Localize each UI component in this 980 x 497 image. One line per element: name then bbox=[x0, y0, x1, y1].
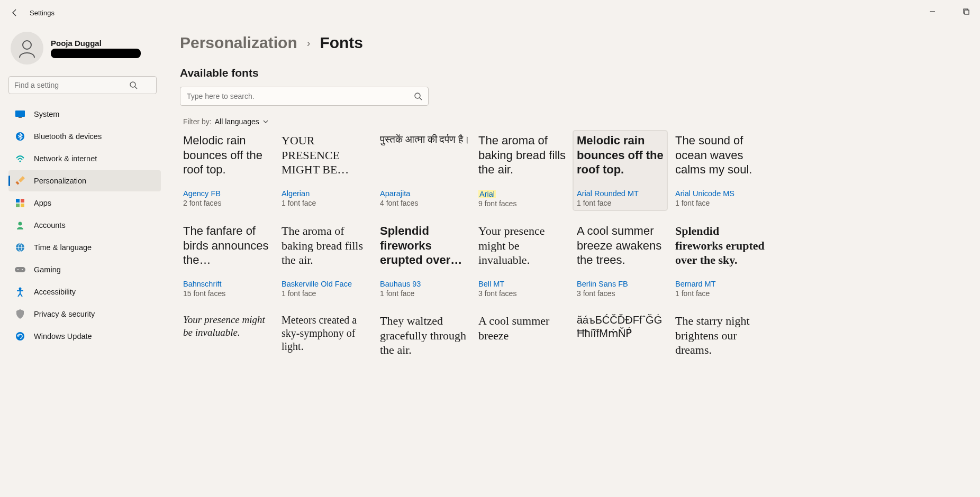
nav-label: Personalization bbox=[34, 177, 86, 185]
svg-rect-11 bbox=[16, 204, 20, 207]
font-name: Bauhaus 93 bbox=[380, 280, 473, 288]
nav-label: Accounts bbox=[34, 221, 66, 229]
filter-row[interactable]: Filter by: All languages bbox=[183, 117, 959, 126]
font-faces: 1 font face bbox=[282, 199, 375, 207]
breadcrumb-separator: › bbox=[307, 37, 311, 49]
window-controls bbox=[923, 4, 976, 19]
svg-point-19 bbox=[16, 332, 24, 340]
filter-value: All languages bbox=[215, 117, 259, 126]
section-title: Available fonts bbox=[180, 67, 959, 79]
nav-label: Apps bbox=[34, 199, 51, 207]
maximize-button[interactable] bbox=[957, 4, 976, 19]
font-name: Arial bbox=[478, 190, 496, 198]
nav-label: System bbox=[34, 110, 59, 118]
font-preview: A cool summer breeze awakens the trees. bbox=[577, 224, 670, 275]
nav-item-privacy[interactable]: Privacy & security bbox=[8, 303, 161, 325]
chevron-down-icon bbox=[262, 118, 269, 125]
font-card-agency-fb[interactable]: Melodic rain bounces off the roof top. A… bbox=[183, 133, 276, 208]
font-preview: Melodic rain bounces off the roof top. bbox=[183, 133, 276, 185]
font-preview: YOUR PRESENCE MIGHT BE… bbox=[282, 133, 375, 185]
breadcrumb: Personalization › Fonts bbox=[180, 34, 959, 52]
svg-rect-10 bbox=[21, 199, 24, 203]
nav-label: Bluetooth & devices bbox=[34, 132, 102, 141]
search-icon bbox=[414, 92, 422, 100]
nav-item-apps[interactable]: Apps bbox=[8, 192, 161, 214]
svg-rect-15 bbox=[15, 267, 25, 272]
search-input[interactable] bbox=[8, 76, 157, 94]
font-preview: Splendid fireworks erupted over… bbox=[380, 224, 473, 275]
breadcrumb-parent[interactable]: Personalization bbox=[180, 34, 297, 52]
font-card-bell-mt[interactable]: Your presence might be invaluable. Bell … bbox=[478, 224, 571, 298]
nav-label: Windows Update bbox=[34, 332, 92, 340]
font-card-berlin-sans[interactable]: A cool summer breeze awakens the trees. … bbox=[577, 224, 670, 298]
font-card[interactable]: Your presence might be invaluable. bbox=[183, 314, 276, 370]
font-name: Bell MT bbox=[478, 280, 571, 288]
svg-rect-12 bbox=[21, 204, 24, 207]
nav-item-gaming[interactable]: Gaming bbox=[8, 259, 161, 280]
font-card[interactable]: Meteors created a sky-symphony of light. bbox=[282, 314, 375, 370]
nav-label: Network & internet bbox=[34, 154, 97, 163]
font-faces: 1 font face bbox=[380, 289, 473, 298]
svg-point-17 bbox=[22, 269, 23, 270]
filter-label: Filter by: bbox=[183, 117, 212, 126]
back-button[interactable] bbox=[4, 2, 25, 23]
font-card-bahnschrift[interactable]: The fanfare of birds announces the… Bahn… bbox=[183, 224, 276, 298]
nav-item-network[interactable]: Network & internet bbox=[8, 148, 161, 169]
windows-update-icon bbox=[15, 331, 25, 342]
sidebar-search bbox=[8, 76, 161, 94]
font-card-arial[interactable]: The aroma of baking bread fills the air.… bbox=[478, 133, 571, 208]
font-faces: 15 font faces bbox=[183, 289, 276, 298]
nav-label: Accessibility bbox=[34, 288, 76, 296]
font-card[interactable]: A cool summer breeze bbox=[478, 314, 571, 370]
gaming-icon bbox=[15, 264, 25, 275]
font-name: Bahnschrift bbox=[183, 280, 276, 288]
apps-icon bbox=[15, 198, 25, 208]
font-card-bernard-mt[interactable]: Splendid fireworks erupted over the sky.… bbox=[675, 224, 768, 298]
minimize-button[interactable] bbox=[923, 4, 942, 19]
font-preview: The starry night brightens our dreams. bbox=[675, 314, 768, 365]
font-card-arial-unicode[interactable]: The sound of ocean waves calms my soul. … bbox=[675, 133, 768, 208]
font-card-baskerville[interactable]: The aroma of baking bread fills the air.… bbox=[282, 224, 375, 298]
nav-item-time-language[interactable]: Time & language bbox=[8, 237, 161, 258]
nav-item-accessibility[interactable]: Accessibility bbox=[8, 281, 161, 302]
personalization-icon bbox=[15, 176, 25, 186]
profile[interactable]: Pooja Duggal bbox=[8, 30, 161, 73]
font-name: Agency FB bbox=[183, 189, 276, 198]
system-icon bbox=[15, 109, 25, 119]
nav-label: Time & language bbox=[34, 243, 92, 252]
svg-point-2 bbox=[23, 41, 31, 49]
font-faces: 1 font face bbox=[282, 289, 375, 298]
svg-point-13 bbox=[19, 222, 22, 226]
avatar bbox=[11, 32, 43, 65]
font-name: Baskerville Old Face bbox=[282, 280, 375, 288]
svg-point-16 bbox=[17, 269, 19, 270]
accessibility-icon bbox=[15, 287, 25, 297]
font-preview: Splendid fireworks erupted over the sky. bbox=[675, 224, 768, 275]
font-name: Arial Unicode MS bbox=[675, 189, 768, 198]
svg-rect-5 bbox=[19, 117, 22, 118]
nav-item-windows-update[interactable]: Windows Update bbox=[8, 326, 161, 347]
nav-item-personalization[interactable]: Personalization bbox=[8, 170, 161, 191]
font-search-input[interactable] bbox=[180, 87, 429, 106]
font-faces: 3 font faces bbox=[478, 289, 571, 298]
font-card-bauhaus[interactable]: Splendid fireworks erupted over… Bauhaus… bbox=[380, 224, 473, 298]
font-card-algerian[interactable]: YOUR PRESENCE MIGHT BE… Algerian 1 font … bbox=[282, 133, 375, 208]
font-preview: पुस्तकें आत्मा की दर्पण है। bbox=[380, 133, 473, 185]
nav-item-bluetooth[interactable]: Bluetooth & devices bbox=[8, 126, 161, 147]
font-card-aparajita[interactable]: पुस्तकें आत्मा की दर्पण है। Aparajita 4 … bbox=[380, 133, 473, 208]
window-title: Settings bbox=[30, 9, 55, 17]
font-name: Aparajita bbox=[380, 189, 473, 198]
font-faces: 2 font faces bbox=[183, 199, 276, 207]
nav-item-accounts[interactable]: Accounts bbox=[8, 215, 161, 236]
font-card[interactable]: ăáъБĆČĎĐFfˆĞĠ ĦħíĩfMṁŇṔ bbox=[577, 314, 670, 370]
nav-label: Privacy & security bbox=[34, 310, 95, 318]
font-preview: They waltzed gracefully through the air. bbox=[380, 314, 473, 365]
font-faces: 1 font face bbox=[675, 199, 768, 207]
font-card-arial-rounded[interactable]: Melodic rain bounces off the roof top. A… bbox=[574, 131, 667, 210]
font-card[interactable]: The starry night brightens our dreams. bbox=[675, 314, 768, 370]
font-preview: Your presence might be invaluable. bbox=[478, 224, 571, 275]
font-card[interactable]: They waltzed gracefully through the air. bbox=[380, 314, 473, 370]
svg-point-20 bbox=[415, 93, 420, 98]
profile-name: Pooja Duggal bbox=[51, 39, 141, 48]
nav-item-system[interactable]: System bbox=[8, 104, 161, 125]
